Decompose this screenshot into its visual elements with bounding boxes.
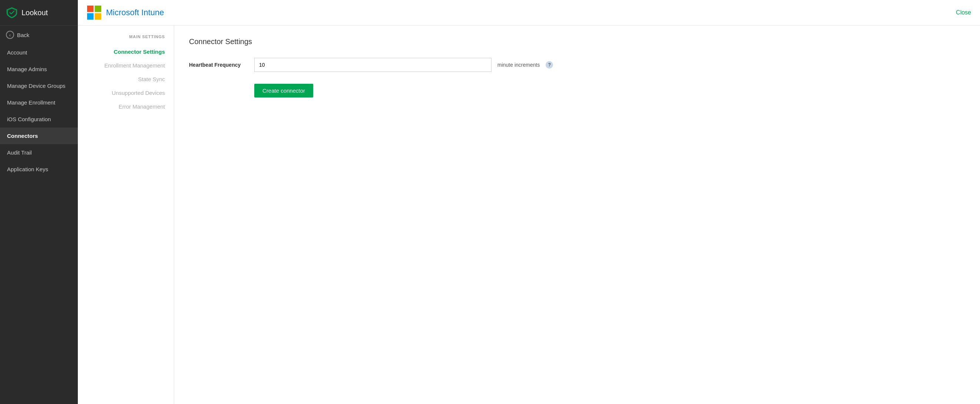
sub-nav-item-unsupported-devices[interactable]: Unsupported Devices xyxy=(78,86,174,100)
create-connector-button[interactable]: Create connector xyxy=(254,84,313,97)
close-button[interactable]: Close xyxy=(956,9,971,16)
sidebar-item-audit-trail[interactable]: Audit Trail xyxy=(0,144,78,161)
back-button[interactable]: ‹ Back xyxy=(0,25,78,44)
sidebar-item-manage-enrollment[interactable]: Manage Enrollment xyxy=(0,94,78,111)
sub-nav-item-connector-settings[interactable]: Connector Settings xyxy=(78,45,174,59)
svg-rect-2 xyxy=(87,13,94,20)
sidebar-item-account[interactable]: Account xyxy=(0,44,78,61)
ms-intune-title: Microsoft Intune xyxy=(106,8,164,17)
sidebar: Lookout ‹ Back Account Manage Admins Man… xyxy=(0,0,78,404)
sidebar-item-ios-configuration-label: iOS Configuration xyxy=(7,116,51,122)
sidebar-item-connectors[interactable]: Connectors xyxy=(0,127,78,144)
sidebar-item-manage-admins-label: Manage Admins xyxy=(7,66,47,72)
sub-nav-state-sync-label: State Sync xyxy=(138,76,165,82)
sidebar-item-manage-device-groups[interactable]: Manage Device Groups xyxy=(0,78,78,94)
back-label: Back xyxy=(17,32,29,38)
heartbeat-frequency-row: Heartbeat Frequency minute increments ? xyxy=(189,58,965,72)
heartbeat-label: Heartbeat Frequency xyxy=(189,62,248,68)
main-content: Microsoft Intune Close MAIN SETTINGS Con… xyxy=(78,0,980,404)
sub-nav-item-enrollment-management[interactable]: Enrollment Management xyxy=(78,59,174,72)
sidebar-item-manage-enrollment-label: Manage Enrollment xyxy=(7,99,55,106)
sub-nav-connector-settings-label: Connector Settings xyxy=(114,49,165,55)
svg-rect-3 xyxy=(95,13,102,20)
sub-nav-unsupported-devices-label: Unsupported Devices xyxy=(112,90,165,96)
sub-nav: MAIN SETTINGS Connector Settings Enrollm… xyxy=(78,25,174,404)
create-connector-row: Create connector xyxy=(189,81,965,97)
ms-intune-logo: Microsoft Intune xyxy=(87,5,164,20)
sidebar-logo-text: Lookout xyxy=(22,8,48,17)
sidebar-nav: Account Manage Admins Manage Device Grou… xyxy=(0,44,78,404)
sub-nav-section-title: MAIN SETTINGS xyxy=(78,35,174,45)
microsoft-windows-icon xyxy=(87,5,102,20)
main-header: Microsoft Intune Close xyxy=(78,0,980,25)
sidebar-item-connectors-label: Connectors xyxy=(7,133,38,139)
sidebar-item-ios-configuration[interactable]: iOS Configuration xyxy=(0,111,78,127)
back-arrow-icon: ‹ xyxy=(6,31,14,39)
sub-nav-item-error-management[interactable]: Error Management xyxy=(78,100,174,113)
svg-rect-1 xyxy=(95,6,102,12)
lookout-shield-icon xyxy=(6,7,18,19)
sub-nav-item-state-sync[interactable]: State Sync xyxy=(78,72,174,86)
content-area: MAIN SETTINGS Connector Settings Enrollm… xyxy=(78,25,980,404)
sub-nav-enrollment-management-label: Enrollment Management xyxy=(105,62,165,68)
sidebar-item-manage-device-groups-label: Manage Device Groups xyxy=(7,83,65,89)
sidebar-logo: Lookout xyxy=(0,0,78,25)
heartbeat-unit-label: minute increments xyxy=(497,62,540,68)
right-panel: Connector Settings Heartbeat Frequency m… xyxy=(174,25,980,404)
heartbeat-input[interactable] xyxy=(254,58,492,72)
sub-nav-error-management-label: Error Management xyxy=(119,103,165,110)
sidebar-item-manage-admins[interactable]: Manage Admins xyxy=(0,61,78,78)
sidebar-item-audit-trail-label: Audit Trail xyxy=(7,150,32,156)
sidebar-item-account-label: Account xyxy=(7,49,27,56)
help-icon[interactable]: ? xyxy=(546,61,553,68)
svg-rect-0 xyxy=(87,6,94,12)
sidebar-item-application-keys-label: Application Keys xyxy=(7,166,48,172)
connector-settings-title: Connector Settings xyxy=(189,37,965,46)
sidebar-item-application-keys[interactable]: Application Keys xyxy=(0,161,78,178)
